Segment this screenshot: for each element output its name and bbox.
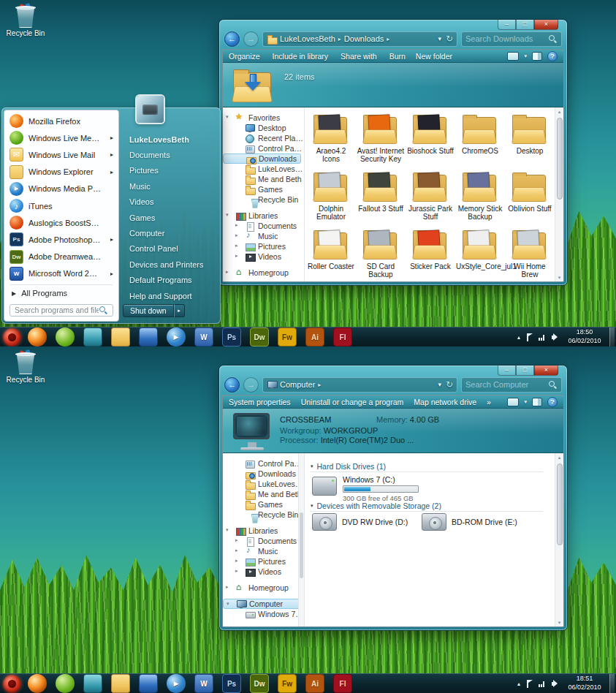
toolbar-button[interactable]: Include in library xyxy=(273,52,330,61)
toolbar-button[interactable]: New folder xyxy=(416,52,452,61)
start-menu-item[interactable]: ▶ Windows Media Player xyxy=(4,181,118,197)
sidebar-item[interactable]: LukeLovesBeth xyxy=(223,164,304,174)
breadcrumb-item[interactable]: LukeLovesBeth xyxy=(280,34,335,43)
hidden-icons-button[interactable]: ▴ xyxy=(517,334,520,341)
sidebar-item[interactable]: Desktop xyxy=(223,123,304,133)
toolbar-button[interactable]: Map network drive xyxy=(414,398,476,406)
sidebar-item[interactable]: Windows 7 (C:) xyxy=(223,609,304,619)
taskbar-app-icon[interactable]: ▶ xyxy=(167,674,186,693)
taskbar-app-icon[interactable]: Fl xyxy=(333,674,352,693)
tree-expander-icon[interactable]: ▸ xyxy=(235,253,243,259)
recycle-bin-icon[interactable]: Recycle Bin xyxy=(4,349,47,384)
change-view-icon[interactable] xyxy=(507,52,519,61)
minimize-button[interactable]: – xyxy=(498,366,516,376)
taskbar-app-icon[interactable] xyxy=(56,674,75,693)
help-icon[interactable]: ? xyxy=(547,397,558,407)
taskbar-app-icon[interactable]: Ai xyxy=(305,674,324,693)
toolbar-button[interactable]: Uninstall or change a program xyxy=(301,398,404,406)
breadcrumb-item[interactable]: Computer xyxy=(280,380,315,389)
recycle-bin-icon[interactable]: Recycle Bin xyxy=(4,3,47,37)
taskbar-app-icon[interactable]: Dw xyxy=(250,327,269,346)
action-center-icon[interactable] xyxy=(525,680,533,688)
scroll-down-icon[interactable]: ▾ xyxy=(558,273,561,281)
sidebar-item[interactable]: Me and Beth xyxy=(223,489,304,499)
shut-down-options-icon[interactable]: ▸ xyxy=(174,304,185,317)
sidebar-item[interactable]: Recycle Bin xyxy=(223,510,304,520)
scrollbar-thumb[interactable] xyxy=(300,512,303,578)
sidebar-scrollbar[interactable] xyxy=(298,453,304,626)
sidebar-item[interactable]: ▸ Pictures xyxy=(223,556,304,567)
start-menu-place[interactable]: Games xyxy=(119,210,218,225)
sidebar-item[interactable]: Control Panel xyxy=(223,143,304,154)
start-menu-place[interactable]: Documents xyxy=(119,147,218,162)
tree-expander-icon[interactable]: ▸ xyxy=(226,269,233,275)
sidebar-item[interactable]: ▸ Homegroup xyxy=(223,268,304,278)
taskbar-app-icon[interactable] xyxy=(139,327,158,346)
taskbar-app-icon[interactable]: Fl xyxy=(333,327,352,346)
start-menu-place[interactable]: Control Panel xyxy=(119,241,218,257)
taskbar-app-icon[interactable] xyxy=(83,674,102,693)
vertical-scrollbar[interactable]: ▴ ▾ xyxy=(555,453,563,626)
toolbar-button[interactable]: System properties xyxy=(229,398,291,406)
volume-icon[interactable] xyxy=(552,333,560,341)
taskbar-app-icon[interactable] xyxy=(83,327,102,346)
tree-expander-icon[interactable]: ▾ xyxy=(226,527,233,533)
taskbar-app-icon[interactable]: Fw xyxy=(278,327,297,346)
sidebar-item[interactable]: ▸ Homegroup xyxy=(223,583,304,593)
sidebar-item[interactable]: Control Panel xyxy=(223,458,304,469)
shut-down-button[interactable]: Shut down xyxy=(123,304,174,317)
taskbar-app-icon[interactable] xyxy=(111,327,130,346)
vertical-scrollbar[interactable]: ▴ ▾ xyxy=(555,107,563,281)
file-item[interactable]: Wii Home Brew xyxy=(505,227,555,281)
taskbar-app-icon[interactable] xyxy=(28,674,47,693)
forward-button[interactable]: → xyxy=(243,31,259,47)
start-menu-item[interactable]: Mozilla Firefox xyxy=(4,113,118,129)
volume-icon[interactable] xyxy=(552,680,560,688)
sidebar-item[interactable]: LukeLovesBeth xyxy=(223,479,304,489)
taskbar-app-icon[interactable]: Ps xyxy=(222,327,241,346)
sidebar-item[interactable]: ▾ Computer xyxy=(223,599,301,609)
address-bar[interactable]: Computer ▸ ▾ ↻ xyxy=(262,377,457,393)
tree-expander-icon[interactable]: ▸ xyxy=(226,584,233,590)
file-item[interactable]: Araeo4.2 Icons xyxy=(306,112,356,170)
address-bar[interactable]: LukeLovesBeth ▸ Downloads ▸ ▾ ↻ xyxy=(262,31,457,47)
section-collapse-icon[interactable]: ▾ xyxy=(311,503,313,509)
address-dropdown-icon[interactable]: ▾ xyxy=(438,381,441,388)
toolbar-button[interactable]: » xyxy=(487,398,491,406)
sidebar-item[interactable]: ▸ Music xyxy=(223,546,304,556)
file-item[interactable]: Roller Coaster xyxy=(306,227,356,281)
start-menu-item[interactable]: Windows Live Messenger ▸ xyxy=(4,129,118,146)
sidebar-item[interactable]: ▸ Videos xyxy=(223,567,304,577)
scroll-up-icon[interactable]: ▴ xyxy=(558,453,561,461)
start-search-input[interactable]: Search programs and files xyxy=(9,304,113,317)
file-item[interactable]: Oblivion Stuff xyxy=(505,170,555,227)
toolbar-button[interactable]: Organize xyxy=(229,52,262,61)
taskbar-app-icon[interactable]: W xyxy=(194,327,213,346)
sidebar-item[interactable]: Recent Places xyxy=(223,133,304,143)
tree-expander-icon[interactable]: ▸ xyxy=(235,222,243,228)
forward-button[interactable]: → xyxy=(243,377,259,393)
search-box[interactable]: Search Computer xyxy=(461,377,562,393)
all-programs-button[interactable]: ▶ All Programs xyxy=(4,287,118,300)
file-item[interactable]: Memory Stick Backup xyxy=(455,170,505,227)
sidebar-item[interactable]: ▸ Documents xyxy=(223,536,304,546)
preview-pane-icon[interactable] xyxy=(532,52,542,61)
taskbar-app-icon[interactable] xyxy=(111,674,130,693)
close-button[interactable]: × xyxy=(534,366,558,376)
sidebar-item[interactable]: ▸ Videos xyxy=(223,251,304,262)
start-button[interactable] xyxy=(3,328,21,346)
taskbar-app-icon[interactable]: Ps xyxy=(222,674,241,693)
file-item[interactable]: Avast! Internet Security Key xyxy=(356,112,406,170)
maximize-button[interactable]: □ xyxy=(516,366,534,376)
sidebar-item[interactable]: ▸ Music xyxy=(223,231,304,241)
user-picture[interactable] xyxy=(137,96,164,123)
file-item[interactable]: Bioshock Stuff xyxy=(406,112,455,170)
refresh-icon[interactable]: ↻ xyxy=(446,34,453,44)
tree-expander-icon[interactable]: ▸ xyxy=(235,243,243,249)
taskbar-app-icon[interactable] xyxy=(28,327,47,346)
section-collapse-icon[interactable]: ▾ xyxy=(311,463,313,469)
network-icon[interactable] xyxy=(539,680,547,688)
file-item[interactable]: Desktop xyxy=(505,112,555,170)
taskbar-app-icon[interactable] xyxy=(139,674,158,693)
tree-expander-icon[interactable]: ▸ xyxy=(235,558,243,564)
